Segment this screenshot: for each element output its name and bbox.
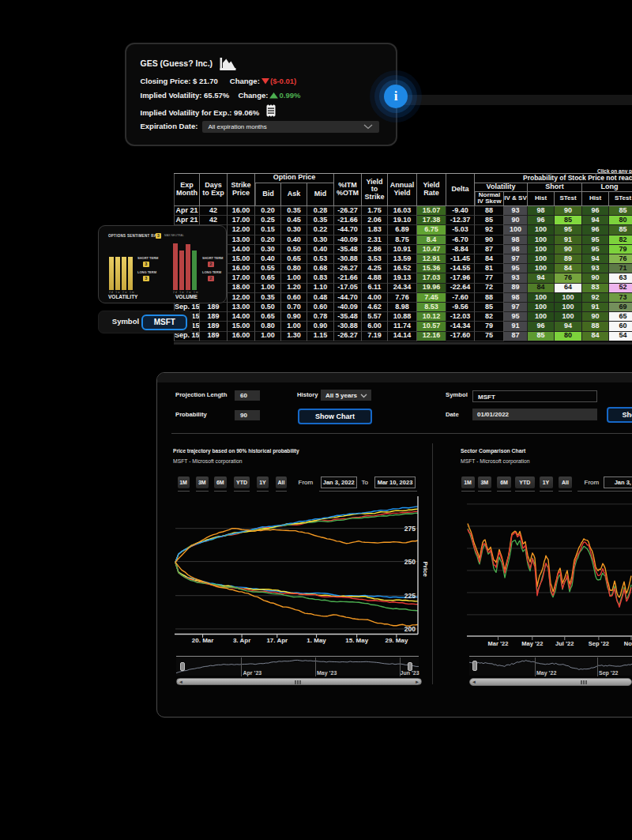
svg-text:225: 225 — [404, 592, 416, 600]
svg-text:3. Apr: 3. Apr — [233, 637, 250, 644]
svg-text:1. May: 1. May — [307, 637, 326, 644]
svg-text:May ’22: May ’22 — [521, 640, 543, 647]
svg-text:Mar ’22: Mar ’22 — [488, 640, 509, 647]
svg-text:Sep ’22: Sep ’22 — [589, 640, 609, 647]
svg-text:200: 200 — [404, 625, 416, 633]
svg-text:250: 250 — [404, 558, 416, 566]
svg-text:Jul ’22: Jul ’22 — [555, 640, 574, 647]
svg-text:Price: Price — [422, 562, 429, 578]
svg-text:17. Apr: 17. Apr — [266, 637, 288, 644]
svg-text:20. Mar: 20. Mar — [192, 637, 214, 644]
svg-text:15. May: 15. May — [345, 637, 368, 644]
svg-text:29. May: 29. May — [385, 637, 408, 644]
svg-text:275: 275 — [404, 525, 416, 533]
svg-text:Nov ’: Nov ’ — [624, 640, 632, 647]
